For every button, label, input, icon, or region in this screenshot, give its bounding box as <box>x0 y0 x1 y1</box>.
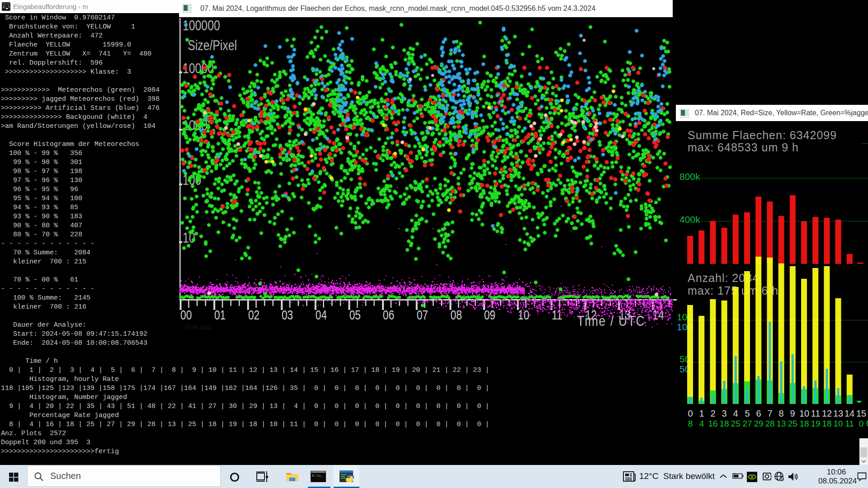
svg-text:25: 25 <box>788 419 797 428</box>
svg-text:01: 01 <box>214 307 226 322</box>
svg-text:9: 9 <box>790 408 795 418</box>
svg-text:11: 11 <box>552 307 562 322</box>
svg-text:Summe Flaechen: 6342099: Summe Flaechen: 6342099 <box>688 129 837 141</box>
svg-text:1: 1 <box>699 408 704 418</box>
svg-text:07: 07 <box>417 307 428 322</box>
svg-text:15: 15 <box>856 408 866 418</box>
svg-text:max: 648533 um 9 h: max: 648533 um 9 h <box>688 141 799 154</box>
svg-text:4: 4 <box>733 408 738 418</box>
svg-text:7: 7 <box>767 408 772 418</box>
svg-text:8: 8 <box>688 419 693 428</box>
svg-text:07.05.2024: 07.05.2024 <box>184 324 212 331</box>
svg-text:C:\>_: C:\>_ <box>312 474 323 478</box>
svg-text:0: 0 <box>859 419 864 428</box>
svg-text:Time / UTC: Time / UTC <box>577 313 646 328</box>
svg-text:27: 27 <box>742 419 752 428</box>
svg-text:19: 19 <box>811 419 820 428</box>
svg-text:10: 10 <box>518 307 529 322</box>
svg-text:29: 29 <box>754 419 763 428</box>
svg-text:0: 0 <box>866 418 868 428</box>
svg-text:02: 02 <box>248 307 259 322</box>
svg-text:09: 09 <box>484 307 495 322</box>
svg-text:2: 2 <box>710 408 715 418</box>
svg-text:11: 11 <box>811 408 821 418</box>
svg-text:10: 10 <box>833 419 843 428</box>
svg-text:28: 28 <box>765 419 774 428</box>
svg-text:100000: 100000 <box>183 18 220 33</box>
svg-text:18: 18 <box>822 419 831 428</box>
svg-text:08: 08 <box>451 307 462 322</box>
svg-text:18: 18 <box>799 419 809 428</box>
svg-text:12: 12 <box>822 408 832 418</box>
svg-text:13: 13 <box>776 419 786 428</box>
svg-text:00: 00 <box>180 307 192 322</box>
svg-text:400k: 400k <box>679 214 700 225</box>
svg-text:16: 16 <box>708 419 717 428</box>
svg-text:13: 13 <box>833 408 843 418</box>
svg-text:14: 14 <box>844 408 854 418</box>
svg-text:10: 10 <box>799 408 809 418</box>
svg-text:18: 18 <box>719 419 729 428</box>
svg-text:06: 06 <box>383 307 394 322</box>
svg-text:03: 03 <box>282 307 293 322</box>
svg-text:6: 6 <box>756 408 761 418</box>
svg-text:0: 0 <box>688 408 693 418</box>
svg-text:11: 11 <box>845 419 854 428</box>
svg-text:800k: 800k <box>679 171 700 182</box>
svg-text:8: 8 <box>778 408 783 418</box>
svg-text:25: 25 <box>731 419 740 428</box>
svg-text:Size/Pixel: Size/Pixel <box>188 38 237 53</box>
svg-text:5: 5 <box>745 408 750 418</box>
svg-text:3: 3 <box>722 408 726 418</box>
svg-text:04: 04 <box>316 307 327 322</box>
svg-text:05: 05 <box>349 307 361 322</box>
svg-text:4: 4 <box>699 419 704 428</box>
